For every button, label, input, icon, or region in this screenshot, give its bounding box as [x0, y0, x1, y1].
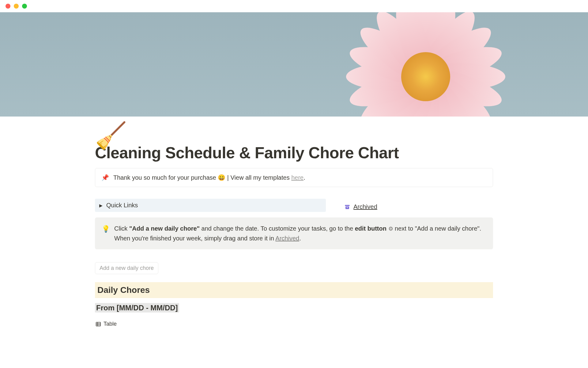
lightbulb-icon: 💡 — [102, 224, 110, 243]
pin-icon: 📌 — [101, 174, 109, 181]
page-title[interactable]: Cleaning Schedule & Family Chore Chart — [95, 144, 493, 162]
svg-rect-3 — [96, 322, 101, 326]
cover-image[interactable] — [0, 12, 588, 117]
flower-decoration — [337, 12, 514, 117]
callout-thank-you[interactable]: 📌 Thank you so much for your purchase 😄 … — [95, 168, 493, 187]
add-daily-chore-button[interactable]: Add a new daily chore — [95, 262, 158, 274]
table-icon — [96, 321, 101, 327]
callout-text: Thank you so much for your purchase 😄 | … — [113, 174, 305, 181]
svg-rect-0 — [345, 205, 350, 206]
maximize-window-button[interactable] — [22, 4, 27, 9]
archived-page-link[interactable]: Archived — [344, 199, 377, 212]
table-view-label: Table — [104, 321, 117, 327]
archived-inline-link[interactable]: Archived — [275, 235, 299, 242]
table-view-tab[interactable]: Table — [95, 319, 493, 329]
callout-body: Click "Add a new daily chore" and change… — [114, 224, 486, 243]
daily-chores-heading[interactable]: Daily Chores — [95, 282, 493, 298]
archived-label: Archived — [353, 203, 377, 210]
archive-icon — [344, 204, 350, 210]
templates-link[interactable]: here — [291, 174, 303, 181]
toggle-arrow-icon: ▶ — [99, 203, 103, 208]
gear-icon: ⚙ — [388, 226, 393, 232]
page-icon[interactable]: 🧹 — [95, 123, 127, 148]
close-window-button[interactable] — [6, 4, 10, 9]
window-titlebar — [0, 0, 588, 12]
date-range-heading[interactable]: From [MM/DD - MM/DD] — [95, 304, 493, 312]
quick-links-label: Quick Links — [106, 202, 138, 209]
quick-links-toggle[interactable]: ▶ Quick Links — [95, 199, 326, 212]
svg-rect-2 — [347, 207, 348, 208]
callout-instructions[interactable]: 💡 Click "Add a new daily chore" and chan… — [95, 217, 493, 249]
minimize-window-button[interactable] — [14, 4, 19, 9]
